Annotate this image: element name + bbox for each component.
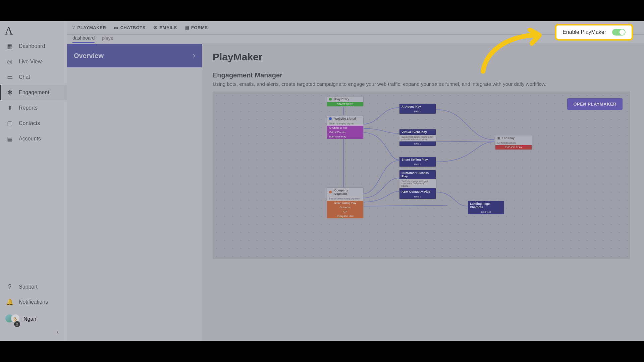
- overview-column: Overview ›: [67, 44, 202, 341]
- sidebar-item-label: Reports: [19, 105, 38, 111]
- node-abm: ABM Contact + Play Exit 1: [399, 189, 436, 199]
- sidebar: Λ ▦ Dashboard ◎ Live View ▭ Chat ✱ Engag…: [0, 21, 67, 341]
- sidebar-item-label: Support: [19, 284, 38, 290]
- sidebar-item-liveview[interactable]: ◎ Live View: [0, 54, 67, 69]
- user-row[interactable]: g. 2 Ngan: [0, 310, 67, 328]
- callout-label: Enable PlayMaker: [562, 29, 606, 35]
- logo-row[interactable]: Λ: [0, 21, 67, 39]
- bell-icon: 🔔: [6, 298, 13, 306]
- form-icon: ▤: [185, 25, 190, 30]
- engagement-icon: ✱: [6, 89, 13, 96]
- node-company-segment: Company Segment Branch on company segmen…: [327, 187, 364, 219]
- overview-label: Overview: [74, 52, 104, 60]
- sidebar-item-contacts[interactable]: ▢ Contacts: [0, 116, 67, 131]
- sidebar-item-label: Chat: [19, 74, 30, 80]
- node-virtual-event: Virtual Event Play Build email lists to …: [399, 129, 436, 146]
- overview-header[interactable]: Overview ›: [67, 44, 202, 67]
- sidebar-item-label: Dashboard: [19, 43, 45, 49]
- tab-playmaker[interactable]: ∵PLAYMAKER: [72, 25, 106, 30]
- sidebar-item-engagement[interactable]: ✱ Engagement: [0, 85, 67, 100]
- chatbot-icon: ▭: [114, 25, 118, 30]
- reports-icon: ⬍: [6, 104, 13, 112]
- sidebar-item-label: Contacts: [19, 120, 40, 126]
- user-name: Ngan: [23, 316, 36, 322]
- node-website-signal: Website Signal Listen for buying signals…: [327, 116, 364, 139]
- flow-preview: OPEN PLAYMAKER: [213, 92, 630, 259]
- node-play-entry: Play Entry START HERE: [327, 96, 364, 107]
- notification-badge: 2: [14, 321, 20, 327]
- accounts-icon: ▤: [6, 135, 13, 142]
- sidebar-item-dashboard[interactable]: ▦ Dashboard: [0, 39, 67, 54]
- sidebar-item-label: Engagement: [19, 89, 49, 96]
- sidebar-item-label: Notifications: [19, 299, 48, 305]
- collapse-sidebar-button[interactable]: ‹: [0, 328, 67, 338]
- section-title: Engagement Manager: [213, 71, 633, 79]
- node-landing: Landing Page Chatbots End Set: [468, 201, 504, 215]
- brand-logo-icon: Λ: [5, 24, 13, 37]
- help-icon: ?: [6, 283, 13, 290]
- open-playmaker-button[interactable]: OPEN PLAYMAKER: [567, 98, 623, 110]
- chevron-right-icon: ›: [193, 51, 195, 60]
- contacts-icon: ▢: [6, 120, 13, 127]
- node-end-play: ▣ End Play No further actions END OF PLA…: [495, 135, 532, 150]
- tab-emails[interactable]: ✉EMAILS: [154, 25, 177, 30]
- enable-playmaker-toggle[interactable]: [612, 29, 626, 36]
- sidebar-item-support[interactable]: ? Support: [0, 279, 67, 294]
- avatar-stack: g. 2: [5, 313, 19, 325]
- liveview-icon: ◎: [6, 58, 13, 65]
- sidebar-item-accounts[interactable]: ▤ Accounts: [0, 131, 67, 146]
- tab-chatbots[interactable]: ▭CHATBOTS: [114, 25, 146, 30]
- section-desc: Using bots, emails, and alerts, create t…: [213, 81, 633, 87]
- flow-icon: ∵: [72, 25, 75, 30]
- email-icon: ✉: [154, 25, 158, 30]
- node-smart-selling: Smart Selling Play Exit 1: [399, 157, 436, 167]
- main-area: ∵PLAYMAKER ▭CHATBOTS ✉EMAILS ▤FORMS dash…: [67, 21, 644, 341]
- sidebar-item-reports[interactable]: ⬍ Reports: [0, 100, 67, 116]
- enable-playmaker-callout: Enable PlayMaker: [555, 24, 633, 41]
- tab-forms[interactable]: ▤FORMS: [185, 25, 208, 30]
- dashboard-icon: ▦: [6, 43, 13, 50]
- sidebar-item-label: Accounts: [19, 136, 41, 142]
- page-title: PlayMaker: [213, 51, 633, 63]
- sidebar-item-chat[interactable]: ▭ Chat: [0, 69, 67, 85]
- node-ai-agent: AI Agent Play Exit 1: [399, 104, 436, 114]
- sidebar-item-notifications[interactable]: 🔔 Notifications: [0, 294, 67, 310]
- page-body: PlayMaker Engagement Manager Using bots,…: [202, 44, 644, 341]
- subtab-dashboard[interactable]: dashboard: [72, 35, 95, 43]
- subtab-plays[interactable]: plays: [102, 36, 113, 43]
- sidebar-item-label: Live View: [19, 59, 42, 65]
- chat-icon: ▭: [6, 73, 13, 81]
